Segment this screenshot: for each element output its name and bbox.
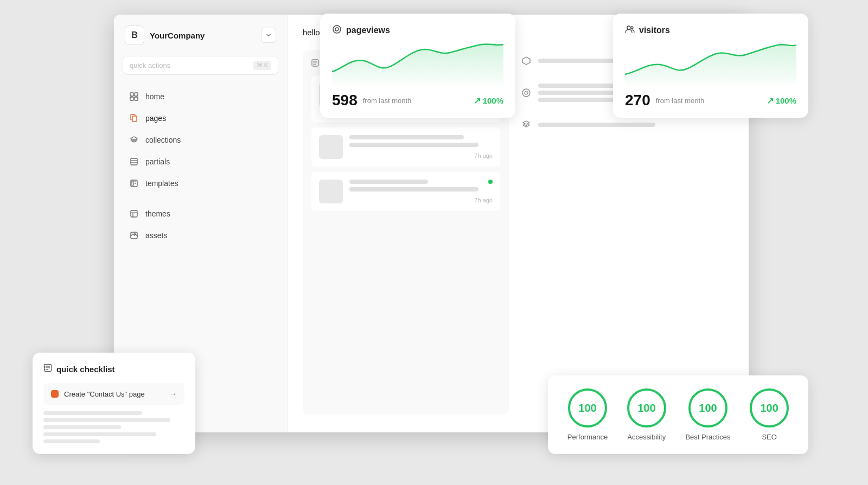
info-icon-3 <box>520 118 533 131</box>
collections-icon <box>129 135 139 145</box>
chevron-button[interactable] <box>261 28 276 43</box>
sidebar-item-home-label: home <box>145 92 164 101</box>
activity-item: 7h ago <box>311 127 500 167</box>
templates-icon <box>129 178 139 188</box>
search-placeholder: quick actions <box>130 61 170 69</box>
checklist-line <box>43 439 100 443</box>
checklist-line <box>43 411 142 415</box>
activity-content: 7h ago <box>349 180 493 203</box>
sidebar-item-home[interactable]: home <box>118 86 283 107</box>
info-lines-3 <box>538 123 733 127</box>
nav-divider <box>114 194 287 203</box>
pageviews-title: pageviews <box>346 25 390 35</box>
pageviews-label: from last month <box>363 97 412 105</box>
svg-rect-3 <box>135 97 138 100</box>
pageviews-change: ↗ 100% <box>474 95 503 106</box>
score-item-accessibility: 100 Accessibility <box>627 388 666 441</box>
checklist-arrow-icon: → <box>169 390 177 398</box>
activity-line <box>349 180 428 184</box>
activity-thumbnail <box>319 135 343 159</box>
pageviews-chart <box>332 42 503 85</box>
score-item-best-practices: 100 Best Practices <box>685 388 730 441</box>
sidebar-item-templates-label: templates <box>145 179 178 188</box>
visitors-stat-row: 270 from last month ↗ 100% <box>625 92 796 109</box>
assets-icon <box>129 231 139 240</box>
visitors-change: ↗ 100% <box>767 95 796 106</box>
checklist-icon <box>43 363 52 374</box>
sidebar-header: B YourCompany <box>114 25 287 56</box>
search-bar[interactable]: quick actions ⌘ K <box>123 56 278 75</box>
score-label-performance: Performance <box>567 433 608 441</box>
scene: B YourCompany quick actions ⌘ K <box>54 9 814 476</box>
pageviews-card: pageviews 598 from last month ↗ 100% <box>320 14 515 118</box>
activity-content: 7h ago <box>349 135 493 159</box>
arrow-up-icon-2: ↗ <box>767 95 774 106</box>
score-item-performance: 100 Performance <box>567 388 608 441</box>
sidebar-item-pages-label: pages <box>145 114 166 123</box>
svg-rect-5 <box>132 116 137 122</box>
activity-line <box>349 135 464 139</box>
sidebar-item-assets[interactable]: assets <box>118 225 283 246</box>
svg-point-30 <box>44 366 46 367</box>
company-name: YourCompany <box>150 31 256 40</box>
visitors-value: 270 <box>625 92 650 109</box>
home-icon <box>129 92 139 101</box>
checklist-card: quick checklist Create "Contact Us" page… <box>33 353 195 454</box>
activity-item: 7h ago <box>311 172 500 211</box>
svg-point-15 <box>135 233 136 235</box>
checklist-header: quick checklist <box>43 363 184 374</box>
svg-rect-13 <box>131 210 137 217</box>
sidebar-item-pages[interactable]: pages <box>118 108 283 129</box>
score-label-seo: SEO <box>762 433 776 441</box>
checklist-task-item[interactable]: Create "Contact Us" page → <box>43 383 184 405</box>
activity-time: 7h ago <box>349 152 493 159</box>
sidebar-item-assets-label: assets <box>145 231 167 240</box>
svg-point-31 <box>44 367 46 368</box>
arrow-up-icon: ↗ <box>474 95 481 106</box>
score-circle-seo: 100 <box>750 388 789 427</box>
score-circle-accessibility: 100 <box>627 388 666 427</box>
sidebar-item-themes[interactable]: themes <box>118 203 283 224</box>
svg-rect-6 <box>131 158 137 165</box>
score-label-best-practices: Best Practices <box>685 433 730 441</box>
checklist-line <box>43 418 170 422</box>
svg-rect-1 <box>135 93 138 96</box>
activity-line <box>349 187 478 192</box>
activity-line <box>349 143 478 147</box>
visitors-card-title-row: visitors <box>625 24 796 36</box>
svg-point-24 <box>627 26 630 29</box>
checklist-lines <box>43 411 184 443</box>
svg-rect-0 <box>130 93 133 96</box>
checklist-line <box>43 425 121 429</box>
visitors-icon <box>625 24 635 36</box>
status-dot <box>488 180 493 184</box>
sidebar-item-collections[interactable]: collections <box>118 130 283 150</box>
pageviews-stat-row: 598 from last month ↗ 100% <box>332 92 503 109</box>
score-item-seo: 100 SEO <box>750 388 789 441</box>
sidebar-item-collections-label: collections <box>145 136 181 144</box>
partials-icon <box>129 157 139 167</box>
pageviews-icon <box>332 24 342 36</box>
svg-rect-10 <box>132 181 133 186</box>
sidebar-item-partials-label: partials <box>145 157 170 166</box>
company-logo: B <box>125 25 144 45</box>
activity-time: 7h ago <box>349 197 493 203</box>
score-card: 100 Performance 100 Accessibility 100 Be… <box>548 375 808 454</box>
visitors-chart <box>625 42 796 85</box>
visitors-title: visitors <box>639 25 670 35</box>
svg-point-20 <box>522 89 530 97</box>
checklist-line <box>43 432 156 436</box>
score-circle-best-practices: 100 <box>688 388 727 427</box>
sidebar-item-themes-label: themes <box>145 209 170 218</box>
info-icon-1 <box>520 54 533 67</box>
score-label-accessibility: Accessibility <box>627 433 666 441</box>
svg-point-25 <box>631 27 633 29</box>
sidebar-item-templates[interactable]: templates <box>118 173 283 194</box>
card-title-row: pageviews <box>332 24 503 36</box>
sidebar-item-partials[interactable]: partials <box>118 151 283 172</box>
pages-icon <box>129 113 139 123</box>
svg-point-21 <box>525 91 528 94</box>
svg-rect-2 <box>130 97 133 100</box>
svg-point-23 <box>335 28 339 31</box>
visitors-label: from last month <box>656 97 705 105</box>
